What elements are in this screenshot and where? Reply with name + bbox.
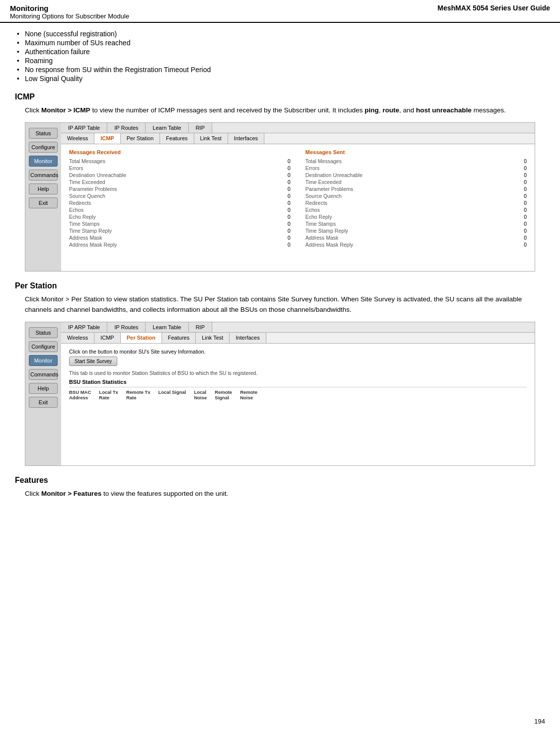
icmp-row: Redirects0: [69, 200, 291, 206]
ps-panel-content: Click on the button to monitor SU's Site…: [61, 344, 535, 405]
ps-nav-btn-status[interactable]: Status: [29, 327, 58, 338]
tab-per-station[interactable]: Per Station: [121, 133, 160, 144]
icmp-row: Redirects0: [306, 200, 527, 206]
list-item: None (successful registration): [15, 30, 545, 38]
list-item: Maximum number of SUs reached: [15, 39, 545, 47]
tab-learn-table[interactable]: Learn Table: [146, 123, 188, 133]
bsu-col-mac: BSU MACAddress: [69, 389, 91, 400]
ps-nav-btn-commands[interactable]: Commands: [29, 369, 58, 380]
bsu-col-remote-tx: Remote TxRate: [126, 389, 151, 400]
icmp-row: Time Stamps0: [306, 221, 527, 227]
per-station-screenshot: Status Configure Monitor Commands Help E…: [25, 322, 535, 466]
ps-tab-per-station[interactable]: Per Station: [121, 333, 162, 343]
ps-tab-link-test[interactable]: Link Test: [196, 333, 230, 343]
ps-nav-btn-exit[interactable]: Exit: [29, 397, 58, 408]
ps-nav-btn-configure[interactable]: Configure: [29, 341, 58, 352]
nav-btn-help[interactable]: Help: [29, 183, 58, 194]
tab-ip-routes[interactable]: IP Routes: [107, 123, 146, 133]
icmp-tab-bar-second: Wireless ICMP Per Station Features Link …: [61, 133, 535, 144]
icmp-row: Echos0: [69, 207, 291, 213]
icmp-heading: ICMP: [15, 92, 545, 101]
nav-btn-commands[interactable]: Commands: [29, 170, 58, 181]
icmp-row: Address Mask Reply0: [69, 242, 291, 248]
tab-link-test[interactable]: Link Test: [194, 133, 228, 144]
header-sub-title: Monitoring Options for Subscriber Module: [10, 12, 129, 20]
icmp-sent-col: Messages Sent Total Messages0 Errors0 De…: [306, 149, 527, 249]
icmp-row: Total Messages0: [69, 158, 291, 164]
ps-tab-learn-table[interactable]: Learn Table: [146, 322, 188, 332]
site-survey-section: Click on the button to monitor SU's Site…: [69, 349, 527, 366]
ps-tab-bar-second: Wireless ICMP Per Station Features Link …: [61, 333, 535, 344]
tab-wireless[interactable]: Wireless: [61, 133, 94, 144]
features-para-bold: Monitor > Features: [41, 490, 101, 497]
ps-tab-ip-arp[interactable]: IP ARP Table: [61, 322, 107, 332]
nav-btn-status[interactable]: Status: [29, 128, 58, 139]
tab-rip[interactable]: RIP: [189, 123, 212, 133]
features-para: Click Monitor > Features to view the fea…: [25, 489, 545, 499]
ps-nav-btn-help[interactable]: Help: [29, 383, 58, 394]
bsu-section: This tab is used to monitor Station Stat…: [69, 370, 527, 400]
tab-icmp[interactable]: ICMP: [94, 133, 121, 144]
icmp-row: Time Stamp Reply0: [306, 228, 527, 234]
icmp-para-bold2: ping: [365, 106, 379, 114]
ps-main-panel: IP ARP Table IP Routes Learn Table RIP W…: [61, 322, 535, 465]
bsu-col-remote-noise: RemoteNoise: [240, 389, 257, 400]
site-survey-label: Click on the button to monitor SU's Site…: [69, 349, 527, 355]
ps-tab-bar-top: IP ARP Table IP Routes Learn Table RIP: [61, 322, 535, 333]
nav-btn-monitor[interactable]: Monitor: [29, 156, 58, 167]
icmp-received-col: Messages Received Total Messages0 Errors…: [69, 149, 291, 249]
icmp-received-title: Messages Received: [69, 149, 291, 155]
bsu-col-local-tx: Local TxRate: [99, 389, 118, 400]
ps-tab-interfaces[interactable]: Interfaces: [230, 333, 266, 343]
icmp-para: Click Monitor > ICMP to view the number …: [25, 105, 545, 115]
per-station-para: Click Monitor > Per Station to view stat…: [25, 294, 545, 315]
icmp-row: Parameter Problems0: [69, 186, 291, 192]
icmp-para-bold1: Monitor > ICMP: [41, 106, 90, 114]
start-site-survey-button[interactable]: Start Site Survey: [69, 357, 117, 366]
list-item: Low Signal Quality: [15, 75, 545, 83]
bsu-col-local-signal: Local Signal: [158, 389, 186, 400]
icmp-row: Time Stamps0: [69, 221, 291, 227]
icmp-row: Destination Unreachable0: [306, 172, 527, 178]
list-item: Authentication failure: [15, 48, 545, 56]
list-item: No response from SU within the Registrat…: [15, 66, 545, 74]
icmp-row: Echo Reply0: [69, 214, 291, 220]
icmp-tab-bar-top: IP ARP Table IP Routes Learn Table RIP: [61, 123, 535, 133]
bsu-col-local-noise: LocalNoise: [194, 389, 207, 400]
ps-tab-ip-routes[interactable]: IP Routes: [107, 322, 146, 332]
icmp-row: Source Quench0: [69, 193, 291, 199]
nav-btn-exit[interactable]: Exit: [29, 197, 58, 208]
icmp-row: Time Exceeded0: [69, 179, 291, 185]
icmp-row: Parameter Problems0: [306, 186, 527, 192]
icmp-para-bold3: route: [383, 106, 400, 114]
icmp-row: Address Mask0: [69, 235, 291, 241]
bsu-table-header: BSU MACAddress Local TxRate Remote TxRat…: [69, 387, 527, 400]
nav-btn-configure[interactable]: Configure: [29, 142, 58, 153]
ps-tab-wireless[interactable]: Wireless: [61, 333, 94, 343]
icmp-row: Echos0: [306, 207, 527, 213]
icmp-panel-content: Messages Received Total Messages0 Errors…: [61, 144, 535, 254]
icmp-grid: Messages Received Total Messages0 Errors…: [69, 149, 527, 249]
icmp-main-panel: IP ARP Table IP Routes Learn Table RIP W…: [61, 123, 535, 271]
icmp-row: Echo Reply0: [306, 214, 527, 220]
icmp-screenshot: Status Configure Monitor Commands Help E…: [25, 122, 535, 272]
header-right-title: MeshMAX 5054 Series User Guide: [438, 4, 550, 12]
tab-ip-arp[interactable]: IP ARP Table: [61, 123, 107, 133]
page-number: 194: [534, 718, 545, 725]
ps-nav-btn-monitor[interactable]: Monitor: [29, 355, 58, 366]
ps-tab-features[interactable]: Features: [162, 333, 196, 343]
ps-tab-icmp[interactable]: ICMP: [94, 333, 121, 343]
per-station-heading: Per Station: [15, 281, 545, 290]
ps-tab-rip[interactable]: RIP: [189, 322, 212, 332]
icmp-para-bold4: host unreachable: [416, 106, 472, 114]
icmp-row: Errors0: [69, 165, 291, 171]
bsu-col-remote-signal: RemoteSignal: [215, 389, 232, 400]
tab-interfaces[interactable]: Interfaces: [228, 133, 264, 144]
icmp-row: Address Mask Reply0: [306, 242, 527, 248]
tab-features[interactable]: Features: [160, 133, 194, 144]
icmp-row: Total Messages0: [306, 158, 527, 164]
list-item: Roaming: [15, 57, 545, 65]
page-footer: 194: [534, 718, 545, 725]
bullet-list: None (successful registration) Maximum n…: [15, 30, 545, 83]
header-left: Monitoring Monitoring Options for Subscr…: [10, 4, 129, 20]
